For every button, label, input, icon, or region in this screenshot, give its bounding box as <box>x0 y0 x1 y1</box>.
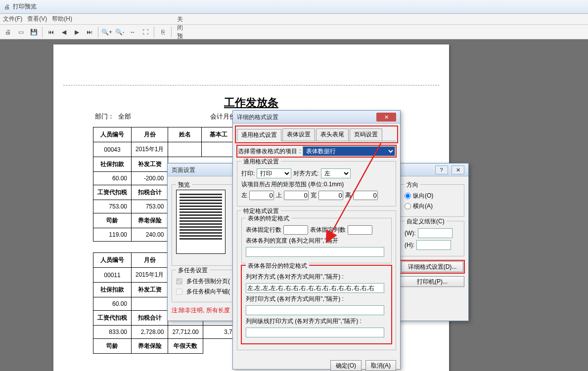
prev-page-icon[interactable]: ◀ <box>58 26 70 38</box>
document-title: 工作发放条 <box>63 95 439 110</box>
col-header: 姓名 <box>168 127 202 142</box>
top-input[interactable] <box>284 191 309 200</box>
col-header: 社保扣款 <box>93 157 132 172</box>
fix-rows-label: 表体固定行数 <box>246 226 281 234</box>
width-label: (W): <box>405 230 416 237</box>
col-print-label: 列打印方式 (各对齐方式间用","隔开) : <box>246 295 344 303</box>
landscape-radio[interactable] <box>405 203 411 209</box>
print-icon[interactable]: 🖨 <box>2 26 14 38</box>
dialog-title: 页面设置 <box>172 164 195 176</box>
col-align-input[interactable] <box>246 283 384 293</box>
close-icon[interactable]: ✕ <box>376 113 396 122</box>
cell: 00011 <box>93 268 132 283</box>
parts-group-title: 表体各部分的特定格式 <box>246 262 309 270</box>
portrait-label: 纵向(O) <box>413 192 433 200</box>
width-input[interactable] <box>318 191 343 200</box>
col-width-label: 表体各列的宽度 (各列之间用","隔开 <box>246 237 338 245</box>
cancel-button[interactable]: 取消(A) <box>365 360 396 371</box>
portrait-radio[interactable] <box>405 193 411 199</box>
menu-help[interactable]: 帮助(H) <box>52 15 72 23</box>
left-label: 左 <box>241 191 247 200</box>
col-header: 司龄 <box>93 213 132 228</box>
col-header: 扣税合计 <box>132 311 168 326</box>
note-text: 注:除非注明, 所有长度 <box>172 306 236 315</box>
zoom-in-icon[interactable]: 🔍+ <box>101 26 113 38</box>
force-page-label: 多任务强制分页( <box>186 277 230 286</box>
dialog-title: 详细的格式设置 <box>237 111 278 124</box>
help-icon[interactable]: ? <box>435 165 448 174</box>
cell <box>202 142 235 157</box>
width-input[interactable] <box>418 228 452 238</box>
first-page-icon[interactable]: ⏮ <box>45 26 57 38</box>
dept-label: 部门： <box>95 112 114 121</box>
print-label: 打印: <box>241 169 255 178</box>
cell: 240.00 <box>132 228 168 242</box>
height-input[interactable] <box>353 191 378 200</box>
page-icon[interactable]: ▭ <box>15 26 27 38</box>
next-page-icon[interactable]: ▶ <box>71 26 83 38</box>
menu-view[interactable]: 查看(V) <box>27 15 47 23</box>
force-page-checkbox[interactable] <box>176 278 182 285</box>
height-label: (H): <box>405 242 414 248</box>
col-width-input[interactable] <box>246 247 384 257</box>
item-select[interactable]: 表体数据行 <box>303 146 395 156</box>
tab-body[interactable]: 表体设置 <box>282 128 315 141</box>
col-header: 司龄 <box>93 339 132 354</box>
body-group-title: 表体的特定格式 <box>246 214 291 223</box>
left-input[interactable] <box>249 191 274 200</box>
separator-line <box>63 85 439 85</box>
tab-row: 通用格式设置 表体设置 表头表尾 页码设置 <box>237 127 396 141</box>
width-label: 宽 <box>311 191 317 200</box>
paper-group-title: 自定义纸张(C) <box>405 217 447 226</box>
detail-format-dialog[interactable]: 详细的格式设置 ✕ 通用格式设置 表体设置 表头表尾 页码设置 选择需修改格式的… <box>232 110 401 370</box>
col-header: 基本工 <box>202 127 235 142</box>
cell: 2015年1月 <box>132 268 168 283</box>
col-header: 工资代扣税 <box>93 311 132 326</box>
ok-button[interactable]: 确定(O) <box>330 360 362 371</box>
fit-width-icon[interactable]: ↔ <box>127 26 138 38</box>
horizontal-tile-checkbox[interactable] <box>176 289 182 295</box>
cell <box>168 142 202 157</box>
menu-bar: 文件(F) 查看(V) 帮助(H) <box>0 14 588 25</box>
app-icon: 🖨 <box>3 3 11 11</box>
cell: 27,712.00 <box>168 326 203 339</box>
tab-header-footer[interactable]: 表头表尾 <box>316 128 349 141</box>
workspace: 工作发放条 部门： 全部 会计月份： 人员编号月份姓名基本工 000432015… <box>0 40 588 371</box>
close-preview-button[interactable]: 关闭预览 <box>174 26 186 38</box>
tab-paging[interactable]: 页码设置 <box>350 128 382 141</box>
cell: 3,7 <box>203 326 236 339</box>
save-icon[interactable]: 💾 <box>28 26 40 38</box>
height-input[interactable] <box>416 240 451 250</box>
last-page-icon[interactable]: ⏭ <box>84 26 95 38</box>
col-header: 月份 <box>132 127 168 142</box>
common-group-title: 通用格式设置 <box>241 158 281 166</box>
close-icon[interactable]: ✕ <box>452 165 464 174</box>
separator <box>98 27 98 38</box>
col-line-label: 列间纵线打印方式 (各对齐方式间用","隔开) : <box>246 317 362 326</box>
align-select[interactable]: 左 <box>321 168 351 178</box>
cell: 753.00 <box>132 200 168 213</box>
col-line-input[interactable] <box>246 328 384 337</box>
cell: 60.00 <box>93 297 132 311</box>
detail-settings-button[interactable]: 详细格式设置(D)... <box>401 261 463 272</box>
col-header: 人员编号 <box>93 127 132 142</box>
select-item-label: 选择需修改格式的项目 <box>238 147 297 156</box>
export-icon[interactable]: ⎘ <box>157 26 169 38</box>
printer-button[interactable]: 打印机(P)... <box>400 276 464 287</box>
fix-cols-input[interactable] <box>348 225 372 235</box>
tab-common[interactable]: 通用格式设置 <box>237 129 281 141</box>
col-header: 养老保险 <box>132 339 168 354</box>
cell: 2,728.00 <box>132 326 168 339</box>
zoom-out-icon[interactable]: 🔍- <box>114 26 126 38</box>
fit-page-icon[interactable]: ⛶ <box>139 26 151 38</box>
title-bar: 🖨 打印预览 <box>0 0 588 14</box>
col-header: 扣税合计 <box>132 185 168 200</box>
dialog-title-bar[interactable]: 详细的格式设置 ✕ <box>233 111 400 124</box>
menu-file[interactable]: 文件(F) <box>3 15 22 23</box>
height-label: 高 <box>345 191 351 200</box>
fix-rows-input[interactable] <box>283 225 308 235</box>
col-print-input[interactable] <box>246 305 384 315</box>
landscape-label: 横向(A) <box>413 202 433 210</box>
cell: 119.00 <box>93 228 132 242</box>
print-select[interactable]: 打印 <box>257 168 291 178</box>
